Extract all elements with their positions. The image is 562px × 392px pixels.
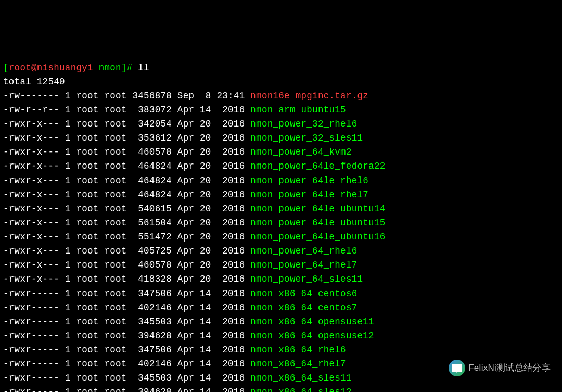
file-name: nmon_x86_64_centos7 (250, 302, 357, 313)
file-row: -rwxr-x--- 1 root root 464824 Apr 20 201… (3, 159, 559, 173)
file-row: -rw------- 1 root root 3456878 Sep 8 23:… (3, 89, 559, 103)
file-name: nmon16e_mpginc.tar.gz (250, 91, 368, 101)
terminal-output[interactable]: [root@nishuangyi nmon]# lltotal 12540-rw… (3, 61, 559, 393)
file-row: -rwxr----- 1 root root 402146 Apr 14 201… (3, 301, 559, 315)
file-row: -rwxr----- 1 root root 347506 Apr 14 201… (3, 287, 559, 301)
file-name: nmon_power_32_sles11 (250, 133, 363, 143)
file-row: -rwxr-x--- 1 root root 561504 Apr 20 201… (3, 216, 559, 230)
file-row: -rwxr----- 1 root root 394628 Apr 14 201… (3, 385, 559, 392)
file-name: nmon_power_64le_ubuntu15 (250, 218, 385, 228)
file-row: -rwxr-x--- 1 root root 460578 Apr 20 201… (3, 258, 559, 272)
file-row: -rwxr-x--- 1 root root 464824 Apr 20 201… (3, 188, 559, 202)
file-row: -rwxr-x--- 1 root root 460578 Apr 20 201… (3, 145, 559, 159)
file-row: -rwxr----- 1 root root 345503 Apr 14 201… (3, 315, 559, 329)
wechat-icon (449, 360, 465, 376)
file-name: nmon_power_64le_rhel7 (250, 189, 368, 200)
file-row: -rwxr-x--- 1 root root 551472 Apr 20 201… (3, 230, 559, 244)
file-name: nmon_power_32_rhel6 (250, 119, 357, 129)
file-name: nmon_arm_ubuntu15 (250, 105, 346, 115)
file-name: nmon_x86_64_rhel6 (250, 345, 346, 355)
file-name: nmon_power_64_kvm2 (250, 147, 351, 157)
file-row: -rwxr----- 1 root root 347506 Apr 14 201… (3, 343, 559, 357)
command-ll: ll (138, 62, 149, 73)
file-row: -rwxr-x--- 1 root root 405725 Apr 20 201… (3, 244, 559, 258)
file-name: nmon_x86_64_rhel7 (250, 359, 346, 369)
file-name: nmon_power_64_rhel6 (250, 246, 357, 256)
file-row: -rwxr----- 1 root root 394628 Apr 14 201… (3, 329, 559, 343)
file-row: -rwxr-x--- 1 root root 464824 Apr 20 201… (3, 174, 559, 188)
file-name: nmon_power_64_rhel7 (250, 260, 357, 270)
file-name: nmon_x86_64_sles11 (250, 373, 351, 383)
file-name: nmon_power_64le_ubuntu16 (250, 232, 385, 242)
file-row: -rw-r--r-- 1 root root 383072 Apr 14 201… (3, 103, 559, 117)
file-name: nmon_x86_64_sles12 (250, 387, 351, 392)
file-row: -rwxr-x--- 1 root root 353612 Apr 20 201… (3, 131, 559, 145)
file-row: -rwxr-x--- 1 root root 540615 Apr 20 201… (3, 202, 559, 216)
file-name: nmon_x86_64_centos6 (250, 288, 357, 299)
file-name: nmon_power_64le_rhel6 (250, 175, 368, 186)
watermark-text: FelixNi测试总结分享 (468, 361, 551, 375)
file-name: nmon_power_64le_fedora22 (250, 161, 385, 171)
watermark: FelixNi测试总结分享 (446, 359, 553, 377)
file-row: -rwxr-x--- 1 root root 418328 Apr 20 201… (3, 272, 559, 286)
file-name: nmon_power_64le_ubuntu14 (250, 204, 385, 214)
file-row: -rwxr-x--- 1 root root 342054 Apr 20 201… (3, 117, 559, 131)
total-line: total 12540 (3, 75, 559, 89)
file-name: nmon_power_64_sles11 (250, 274, 363, 284)
file-name: nmon_x86_64_opensuse11 (250, 317, 374, 327)
file-name: nmon_x86_64_opensuse12 (250, 331, 374, 341)
